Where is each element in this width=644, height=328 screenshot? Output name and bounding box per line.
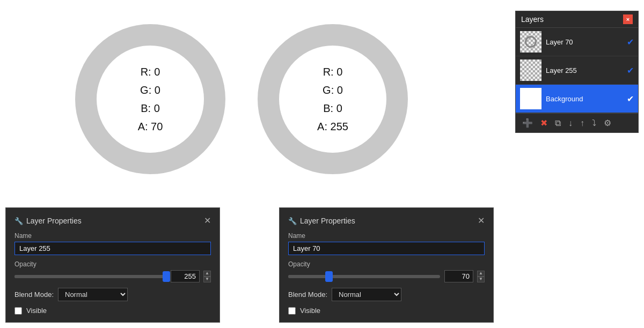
layer-props-right: Layer Properties ✕ Name Opacity ▲ ▼ Blen…: [279, 207, 494, 323]
settings-button[interactable]: ⚙: [602, 117, 613, 129]
circle-right: R: 0 G: 0 B: 0 A: 255: [258, 24, 408, 174]
opacity-spin-up-left[interactable]: ▲: [203, 271, 211, 277]
opacity-spin-up-right[interactable]: ▲: [477, 271, 485, 277]
circle-left-text: R: 0 G: 0 B: 0 A: 70: [138, 63, 163, 136]
visible-label-left: Visible: [26, 307, 47, 315]
move-up-button[interactable]: ↑: [578, 117, 587, 129]
layers-panel-close-button[interactable]: ×: [623, 14, 633, 24]
props-close-right[interactable]: ✕: [478, 215, 485, 226]
wrench-icon-left: [14, 217, 23, 225]
visible-checkbox-right[interactable]: [288, 307, 296, 315]
layer-thumb-checker-255: [520, 59, 541, 81]
layers-panel: Layers × Layer 70 ✔ Layer 255 ✔ Backgrou…: [515, 11, 639, 133]
layer-thumb-70: [520, 31, 541, 53]
layer-thumb-circle-70: [525, 36, 537, 48]
circle-right-r: R: 0: [317, 63, 348, 81]
merge-button[interactable]: ⤵: [590, 117, 598, 129]
circle-left-a: A: 70: [138, 117, 163, 136]
circle-right-a: A: 255: [317, 117, 348, 136]
props-title-label-right: Layer Properties: [300, 217, 355, 225]
layers-panel-header: Layers ×: [516, 11, 638, 28]
opacity-input-left[interactable]: [174, 272, 196, 280]
opacity-fill-left: [14, 275, 166, 278]
opacity-track-left: [14, 275, 166, 278]
layer-check-background: ✔: [627, 94, 634, 104]
opacity-value-box-right: [444, 270, 473, 282]
move-down-button[interactable]: ↓: [566, 117, 575, 129]
props-opacity-row-right: ▲ ▼: [288, 270, 485, 282]
opacity-spinners-right: ▲ ▼: [477, 271, 485, 282]
layer-label-255: Layer 255: [546, 66, 623, 74]
circle-right-text: R: 0 G: 0 B: 0 A: 255: [317, 63, 348, 136]
opacity-spin-down-left[interactable]: ▼: [203, 277, 211, 282]
props-close-left[interactable]: ✕: [204, 215, 211, 226]
visible-row-right: Visible: [288, 307, 485, 315]
circle-right-b: B: 0: [317, 99, 348, 117]
layer-thumb-background: [520, 88, 541, 109]
props-header-left: Layer Properties ✕: [14, 215, 211, 226]
layer-thumb-255: [520, 59, 541, 81]
circle-left: R: 0 G: 0 B: 0 A: 70: [75, 24, 225, 174]
props-name-input-right[interactable]: [288, 242, 485, 255]
props-name-label-right: Name: [288, 232, 485, 240]
layer-item-255[interactable]: Layer 255 ✔: [516, 56, 638, 85]
layers-toolbar: ➕ ✖ ⧉ ↓ ↑ ⤵ ⚙: [516, 113, 638, 132]
layer-label-70: Layer 70: [546, 38, 623, 46]
props-name-input-left[interactable]: [14, 242, 211, 255]
opacity-slider-right[interactable]: [288, 271, 440, 282]
opacity-spinners-left: ▲ ▼: [203, 271, 211, 282]
layer-check-70: ✔: [627, 37, 634, 47]
layer-props-left: Layer Properties ✕ Name Opacity ▲ ▼ Blen…: [5, 207, 220, 323]
blend-select-left[interactable]: Normal Multiply Screen Overlay Darken Li…: [58, 288, 128, 301]
blend-row-left: Blend Mode: Normal Multiply Screen Overl…: [14, 288, 211, 301]
layer-thumb-checker-70: [520, 31, 541, 53]
opacity-track-right: [288, 275, 440, 278]
layer-item-background[interactable]: Background ✔: [516, 85, 638, 113]
props-title-left: Layer Properties: [14, 217, 82, 225]
layer-thumb-white-background: [520, 88, 541, 109]
props-title-right: Layer Properties: [288, 217, 355, 225]
opacity-value-box-left: [171, 270, 200, 282]
blend-select-right[interactable]: Normal Multiply Screen Overlay Darken Li…: [332, 288, 401, 301]
blend-label-right: Blend Mode:: [288, 290, 327, 299]
opacity-thumb-right[interactable]: [325, 271, 333, 282]
layer-item-70[interactable]: Layer 70 ✔: [516, 28, 638, 56]
circle-left-b: B: 0: [138, 99, 163, 117]
opacity-input-right[interactable]: [448, 272, 470, 280]
opacity-fill-right: [288, 275, 329, 278]
layers-panel-title: Layers: [521, 15, 544, 24]
circle-shape-left: R: 0 G: 0 B: 0 A: 70: [75, 24, 225, 174]
circle-shape-right: R: 0 G: 0 B: 0 A: 255: [258, 24, 408, 174]
canvas-area: R: 0 G: 0 B: 0 A: 70 R: 0 G: 0 B: 0 A: 2…: [0, 0, 483, 198]
wrench-icon-right: [288, 217, 297, 225]
props-header-right: Layer Properties ✕: [288, 215, 485, 226]
props-opacity-label-left: Opacity: [14, 260, 211, 268]
visible-checkbox-left[interactable]: [14, 307, 22, 315]
props-name-label-left: Name: [14, 232, 211, 240]
props-opacity-row-left: ▲ ▼: [14, 270, 211, 282]
opacity-thumb-left[interactable]: [163, 271, 170, 282]
opacity-slider-left[interactable]: [14, 271, 166, 282]
opacity-spin-down-right[interactable]: ▼: [477, 277, 485, 282]
props-opacity-label-right: Opacity: [288, 260, 485, 268]
visible-row-left: Visible: [14, 307, 211, 315]
add-layer-button[interactable]: ➕: [520, 117, 535, 129]
visible-label-right: Visible: [300, 307, 320, 315]
blend-row-right: Blend Mode: Normal Multiply Screen Overl…: [288, 288, 485, 301]
props-title-label-left: Layer Properties: [26, 217, 82, 225]
delete-layer-button[interactable]: ✖: [538, 117, 550, 129]
circle-left-r: R: 0: [138, 63, 163, 81]
layer-check-255: ✔: [627, 65, 634, 76]
circle-left-g: G: 0: [138, 81, 163, 99]
blend-label-left: Blend Mode:: [14, 290, 54, 299]
duplicate-layer-button[interactable]: ⧉: [553, 117, 563, 129]
circle-right-g: G: 0: [317, 81, 348, 99]
layer-label-background: Background: [546, 95, 623, 103]
